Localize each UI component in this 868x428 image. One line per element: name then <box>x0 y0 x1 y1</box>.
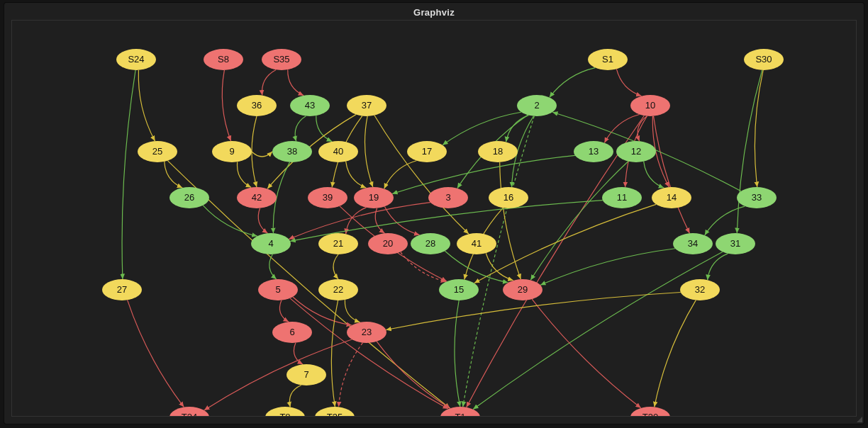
svg-point-46 <box>489 187 528 208</box>
node-3[interactable]: 3 <box>428 187 468 208</box>
node-36[interactable]: 36 <box>237 95 277 116</box>
edge-S24-27 <box>122 70 135 279</box>
node-14[interactable]: 14 <box>652 187 691 208</box>
edge-32-T30 <box>655 300 696 407</box>
svg-point-80 <box>272 322 312 343</box>
node-S24[interactable]: S24 <box>116 49 156 70</box>
svg-point-86 <box>169 407 209 416</box>
node-33[interactable]: 33 <box>737 187 777 208</box>
node-39[interactable]: 39 <box>308 187 347 208</box>
node-21[interactable]: 21 <box>318 233 358 254</box>
edge-19-28 <box>384 207 419 235</box>
node-T24[interactable]: T24 <box>169 407 209 416</box>
svg-point-70 <box>258 279 298 300</box>
node-10[interactable]: 10 <box>630 95 670 116</box>
node-T30[interactable]: T30 <box>630 407 670 416</box>
graph-area[interactable]: S24S8S35S1S30364337210259384017181312264… <box>11 20 857 417</box>
edge-29-T30 <box>532 299 641 408</box>
node-22[interactable]: 22 <box>318 279 358 300</box>
node-26[interactable]: 26 <box>169 187 209 208</box>
node-28[interactable]: 28 <box>411 233 450 254</box>
svg-point-50 <box>652 187 691 208</box>
svg-point-6 <box>588 49 628 70</box>
svg-point-40 <box>308 187 347 208</box>
node-13[interactable]: 13 <box>574 141 613 162</box>
node-17[interactable]: 17 <box>407 141 447 162</box>
node-32[interactable]: 32 <box>680 279 720 300</box>
node-20[interactable]: 20 <box>368 233 408 254</box>
edge-S35-36 <box>262 69 276 95</box>
edge-4-5 <box>269 254 277 279</box>
resize-grip-icon[interactable] <box>855 415 862 422</box>
node-38[interactable]: 38 <box>272 141 312 162</box>
svg-point-78 <box>680 279 720 300</box>
node-41[interactable]: 41 <box>457 233 496 254</box>
node-27[interactable]: 27 <box>102 279 142 300</box>
node-29[interactable]: 29 <box>503 279 542 300</box>
node-T8[interactable]: T8 <box>265 407 305 416</box>
svg-point-28 <box>407 141 447 162</box>
node-S35[interactable]: S35 <box>262 49 301 70</box>
node-12[interactable]: 12 <box>616 141 656 162</box>
edge-12-29 <box>530 162 628 281</box>
edge-18-29 <box>500 162 521 279</box>
svg-point-36 <box>169 187 209 208</box>
svg-point-64 <box>457 233 496 254</box>
edge-17-19 <box>384 161 417 188</box>
edge-23-T24 <box>204 339 352 410</box>
edge-7-T8 <box>289 385 301 407</box>
node-25[interactable]: 25 <box>138 141 177 162</box>
edge-43-40 <box>316 116 332 142</box>
edge-5-6 <box>279 300 289 322</box>
graph-svg[interactable]: S24S8S35S1S30364337210259384017181312264… <box>12 21 856 416</box>
svg-point-20 <box>138 141 177 162</box>
svg-point-56 <box>251 233 291 254</box>
svg-point-66 <box>673 233 713 254</box>
svg-point-12 <box>290 95 330 116</box>
node-40[interactable]: 40 <box>318 141 358 162</box>
svg-point-60 <box>368 233 408 254</box>
edge-12-14 <box>644 162 664 188</box>
node-18[interactable]: 18 <box>478 141 518 162</box>
node-23[interactable]: 23 <box>347 322 386 343</box>
edge-9-38 <box>252 152 272 157</box>
edge-42-4 <box>258 208 267 233</box>
node-16[interactable]: 16 <box>489 187 528 208</box>
graph-panel: Graphviz S24S8S35S1S30364337210259384017… <box>4 3 864 424</box>
edge-34-29 <box>540 249 675 285</box>
node-6[interactable]: 6 <box>272 322 312 343</box>
edge-14-15 <box>474 204 656 283</box>
edge-23-T1 <box>377 342 450 408</box>
node-7[interactable]: 7 <box>286 364 326 385</box>
svg-point-48 <box>602 187 642 208</box>
node-5[interactable]: 5 <box>258 279 298 300</box>
node-4[interactable]: 4 <box>251 233 291 254</box>
edge-33-34 <box>705 206 745 235</box>
node-43[interactable]: 43 <box>290 95 330 116</box>
svg-point-8 <box>744 49 784 70</box>
node-37[interactable]: 37 <box>347 95 386 116</box>
node-34[interactable]: 34 <box>673 233 713 254</box>
edge-S1-10 <box>616 69 641 96</box>
node-2[interactable]: 2 <box>517 95 557 116</box>
node-9[interactable]: 9 <box>212 141 252 162</box>
node-S8[interactable]: S8 <box>204 49 243 70</box>
edge-37-41 <box>374 116 469 234</box>
svg-point-76 <box>503 279 542 300</box>
edge-10-12 <box>638 116 647 141</box>
node-S1[interactable]: S1 <box>588 49 628 70</box>
node-S30[interactable]: S30 <box>744 49 784 70</box>
node-11[interactable]: 11 <box>602 187 642 208</box>
node-31[interactable]: 31 <box>716 233 755 254</box>
node-19[interactable]: 19 <box>354 187 394 208</box>
node-15[interactable]: 15 <box>439 279 479 300</box>
edge-27-T24 <box>128 300 184 407</box>
edge-43-38 <box>295 116 306 142</box>
svg-point-22 <box>212 141 252 162</box>
node-T35[interactable]: T35 <box>315 407 355 416</box>
edge-40-19 <box>346 162 367 188</box>
edge-S24-25 <box>138 70 155 141</box>
svg-point-42 <box>354 187 394 208</box>
svg-point-58 <box>318 233 358 254</box>
node-42[interactable]: 42 <box>237 187 277 208</box>
